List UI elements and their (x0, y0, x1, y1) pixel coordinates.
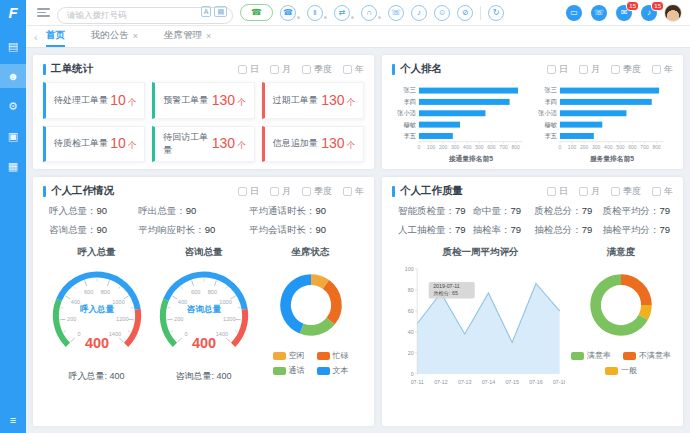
checkbox[interactable] (547, 65, 556, 74)
app-logo[interactable]: F (0, 0, 26, 26)
sidebar-item-workorders[interactable]: ▤ (0, 34, 26, 58)
checkbox[interactable] (652, 65, 661, 74)
conference-icon[interactable]: ⇄ (334, 5, 354, 21)
card-value: 130个 (212, 135, 246, 152)
checkbox[interactable] (611, 187, 620, 196)
sidebar-item-business[interactable]: ▣ (0, 124, 26, 148)
history-icon[interactable]: ↻ (488, 5, 504, 21)
stat-item: 呼入总量：90 (49, 205, 134, 218)
legend-label: 文本 (333, 365, 349, 376)
svg-text:穆敏: 穆敏 (404, 121, 417, 129)
sidebar-item-reports[interactable]: ▦ (0, 154, 26, 178)
call-transfer-icon[interactable]: ☎ (280, 5, 300, 21)
stat-item: 平均会话时长：90 (249, 224, 364, 237)
tab-close-icon[interactable]: × (133, 31, 138, 41)
dropdown-dot-icon[interactable] (324, 16, 327, 19)
satisfaction-legend: 满意率不满意率一般 (569, 350, 673, 376)
legend-item[interactable]: 通话 (273, 365, 305, 376)
filter-quarter[interactable]: 季度 (611, 63, 641, 76)
checkbox[interactable] (238, 65, 247, 74)
filter-month[interactable]: 月 (579, 185, 600, 198)
filter-year[interactable]: 年 (343, 63, 364, 76)
contacts-icon[interactable]: ▤ (214, 6, 227, 17)
audio-icon[interactable]: ♪ (411, 5, 427, 21)
checkbox[interactable] (238, 187, 247, 196)
filter-day[interactable]: 日 (547, 63, 568, 76)
filter-quarter[interactable]: 季度 (302, 63, 332, 76)
collapse-menu-icon[interactable]: ≡ (10, 414, 16, 433)
legend-item[interactable]: 空闲 (273, 350, 305, 361)
dnd-icon[interactable]: ⊘ (457, 5, 473, 21)
headset-icon[interactable]: ∩ (361, 5, 381, 21)
checkbox[interactable] (270, 187, 279, 196)
message-icon[interactable]: ✉15 (616, 5, 632, 21)
svg-text:600: 600 (487, 144, 496, 150)
filter-month[interactable]: 月 (579, 63, 600, 76)
checkbox[interactable] (302, 187, 311, 196)
legend-item[interactable]: 忙碌 (317, 350, 349, 361)
tabs-scroll-left-icon[interactable]: ‹ (26, 26, 46, 47)
legend-item[interactable]: 不满意率 (623, 350, 671, 361)
stat-label: 智能质检量： (398, 205, 455, 216)
stat-label: 平均响应时长： (138, 224, 205, 235)
work-quality-stats: 智能质检量：79命中量：79质检总分：79质检平均分：79人工抽检量：79抽检率… (392, 204, 673, 244)
svg-text:1000: 1000 (112, 299, 124, 305)
checkbox[interactable] (270, 65, 279, 74)
speaker-icon[interactable]: ♪15 (641, 5, 657, 21)
dropdown-dot-icon[interactable] (297, 16, 300, 19)
svg-text:0: 0 (410, 371, 413, 377)
tab-坐席管理[interactable]: 坐席管理× (164, 26, 211, 47)
sidebar-item-agent[interactable]: ☻ (0, 64, 26, 88)
filter-quarter[interactable]: 季度 (302, 185, 332, 198)
hold-icon[interactable]: ‖ (307, 5, 327, 21)
card-value: 10个 (110, 92, 136, 109)
panel-title: 工单统计 (51, 62, 93, 76)
legend-item[interactable]: 满意率 (571, 350, 611, 361)
tab-close-icon[interactable]: × (206, 31, 211, 41)
filter-month[interactable]: 月 (270, 63, 291, 76)
dropdown-dot-icon[interactable] (351, 16, 354, 19)
filter-year[interactable]: 年 (652, 185, 673, 198)
legend-item[interactable]: 一般 (605, 365, 637, 376)
monitor-icon[interactable]: ▭ (566, 5, 582, 21)
dialpad-icon[interactable]: A (201, 6, 212, 17)
checkbox[interactable] (579, 65, 588, 74)
checkbox[interactable] (611, 65, 620, 74)
sidebar-item-settings[interactable]: ⚙ (0, 94, 26, 118)
agent-icon[interactable]: ☺ (434, 5, 450, 21)
phone-icon[interactable]: ☏ (388, 5, 404, 21)
filter-year[interactable]: 年 (652, 63, 673, 76)
filter-quarter[interactable]: 季度 (611, 185, 641, 198)
tab-我的公告[interactable]: 我的公告× (91, 26, 138, 47)
checkbox[interactable] (302, 65, 311, 74)
toolbar-divider (480, 6, 481, 20)
phone-down-icon[interactable]: ☏ (591, 5, 607, 21)
filter-day[interactable]: 日 (238, 185, 259, 198)
filter-year[interactable]: 年 (343, 185, 364, 198)
svg-text:服务量排名前5: 服务量排名前5 (588, 155, 633, 163)
checkbox[interactable] (343, 187, 352, 196)
filter-day[interactable]: 日 (238, 63, 259, 76)
checkbox[interactable] (579, 187, 588, 196)
card-unit: 个 (347, 97, 356, 107)
tab-首页[interactable]: 首页 (46, 26, 65, 47)
time-filter-group: 日月季度年 (547, 63, 673, 76)
svg-text:1400: 1400 (215, 331, 227, 337)
legend-item[interactable]: 文本 (317, 365, 349, 376)
stat-value: 79 (582, 205, 593, 216)
filter-month[interactable]: 月 (270, 185, 291, 198)
card-unit: 个 (237, 97, 246, 107)
checkbox[interactable] (343, 65, 352, 74)
dropdown-dot-icon[interactable] (378, 16, 381, 19)
checkbox[interactable] (547, 187, 556, 196)
filter-day[interactable]: 日 (547, 185, 568, 198)
call-button[interactable]: ☎ (240, 4, 273, 21)
filter-label: 年 (664, 63, 673, 76)
audio-icon: ♪ (411, 5, 427, 21)
bar-chart-call-connect-ranking[interactable]: 张三李四张小适穆敏李五0100200300400500600700800接通量排… (392, 82, 533, 163)
area-chart-weekly-score[interactable]: 02040608010007-1107-1207-1307-1407-1507-… (396, 260, 566, 388)
checkbox[interactable] (652, 187, 661, 196)
user-avatar[interactable] (664, 4, 682, 22)
bar-chart-service-ranking[interactable]: 张三李四张小适穆敏李五0100200300400500600700800服务量排… (533, 82, 674, 163)
menu-toggle-icon[interactable] (37, 8, 50, 17)
